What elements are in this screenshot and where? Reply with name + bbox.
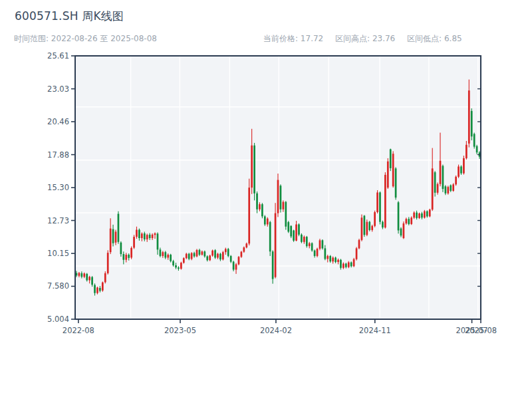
candle bbox=[455, 176, 457, 186]
candle bbox=[130, 247, 132, 259]
candle bbox=[253, 143, 255, 200]
candle bbox=[390, 149, 392, 172]
candle bbox=[447, 186, 449, 194]
candle bbox=[403, 221, 405, 239]
range-low-label: 区间低点: 6.85 bbox=[407, 34, 462, 43]
candle bbox=[452, 183, 454, 192]
candle bbox=[170, 254, 172, 263]
candle bbox=[463, 156, 465, 174]
x-axis: 2022-082023-052024-022024-112025-072025-… bbox=[63, 319, 497, 335]
candle bbox=[301, 233, 303, 243]
y-tick-label: 10.15 bbox=[47, 249, 69, 258]
candle bbox=[398, 201, 400, 233]
candle bbox=[319, 239, 321, 250]
candle bbox=[183, 257, 185, 264]
candle bbox=[298, 223, 300, 236]
candle bbox=[238, 256, 240, 265]
candle bbox=[317, 247, 319, 257]
candle bbox=[366, 219, 368, 236]
date-range-label: 时间范围: 2022-08-26 至 2025-08-08 bbox=[14, 33, 157, 45]
candle bbox=[356, 247, 358, 261]
candle bbox=[102, 281, 104, 291]
candle bbox=[458, 165, 460, 178]
candle bbox=[387, 158, 389, 189]
candle bbox=[353, 258, 355, 267]
candle bbox=[322, 239, 324, 249]
candle bbox=[222, 251, 224, 260]
y-tick-label: 5.004 bbox=[47, 315, 69, 324]
y-tick-label: 7.580 bbox=[47, 281, 69, 291]
candle bbox=[248, 179, 250, 245]
candle bbox=[293, 230, 295, 242]
candle bbox=[118, 211, 120, 244]
candle bbox=[133, 235, 135, 249]
y-tick-label: 20.46 bbox=[47, 117, 69, 126]
candle bbox=[306, 236, 308, 248]
candle bbox=[311, 242, 313, 251]
candle bbox=[418, 213, 420, 219]
candle bbox=[241, 251, 243, 258]
candle bbox=[368, 221, 370, 231]
page-title: 600571.SH 周K线图 bbox=[15, 9, 124, 23]
candle bbox=[285, 201, 287, 229]
y-tick-label: 12.73 bbox=[47, 216, 69, 225]
candle bbox=[209, 255, 211, 261]
candle bbox=[196, 249, 198, 257]
range-high-label: 区间高点: 23.76 bbox=[335, 34, 395, 43]
candle bbox=[272, 250, 274, 283]
candle bbox=[364, 215, 366, 237]
candle bbox=[277, 174, 279, 217]
y-tick-label: 17.88 bbox=[47, 150, 69, 160]
candle bbox=[86, 273, 88, 282]
candle bbox=[214, 249, 216, 259]
candle bbox=[275, 203, 277, 278]
candle bbox=[429, 209, 431, 217]
candle bbox=[442, 165, 444, 192]
candle bbox=[280, 184, 282, 212]
candle bbox=[410, 216, 412, 225]
candle bbox=[180, 262, 182, 270]
candle bbox=[358, 239, 360, 249]
current-price-label: 当前价格: 17.72 bbox=[263, 34, 323, 43]
candle bbox=[384, 172, 386, 229]
candle bbox=[269, 221, 271, 256]
y-tick-label: 25.61 bbox=[47, 51, 69, 61]
y-tick-label: 15.30 bbox=[47, 183, 69, 192]
x-tick-label: 2023-05 bbox=[164, 326, 196, 335]
candle bbox=[471, 108, 473, 140]
price-stats: 当前价格: 17.72 区间高点: 23.76 区间低点: 6.85 bbox=[263, 33, 462, 45]
kline-chart-window: 600571.SH 周K线图 时间范围: 2022-08-26 至 2025-0… bbox=[0, 0, 532, 399]
candle bbox=[287, 221, 289, 233]
candle bbox=[290, 225, 292, 238]
candle bbox=[473, 133, 475, 149]
candlestick-chart: 25.6123.0320.4617.8815.3012.7310.157.580… bbox=[0, 0, 532, 399]
x-tick-label: 2024-11 bbox=[359, 326, 391, 335]
candle bbox=[361, 214, 363, 241]
y-tick-label: 23.03 bbox=[47, 84, 69, 94]
candle bbox=[211, 249, 213, 257]
candle bbox=[424, 210, 426, 219]
candle bbox=[376, 190, 378, 213]
candle bbox=[264, 215, 266, 225]
candle bbox=[395, 167, 397, 200]
candle bbox=[379, 192, 381, 225]
candle bbox=[261, 203, 263, 218]
candle bbox=[227, 248, 229, 257]
x-tick-label: 2025-08 bbox=[465, 326, 497, 335]
x-tick-label: 2024-02 bbox=[260, 326, 292, 335]
candle bbox=[374, 211, 376, 227]
x-tick-label: 2022-08 bbox=[63, 326, 94, 335]
candle bbox=[392, 151, 394, 188]
candle bbox=[107, 250, 109, 275]
